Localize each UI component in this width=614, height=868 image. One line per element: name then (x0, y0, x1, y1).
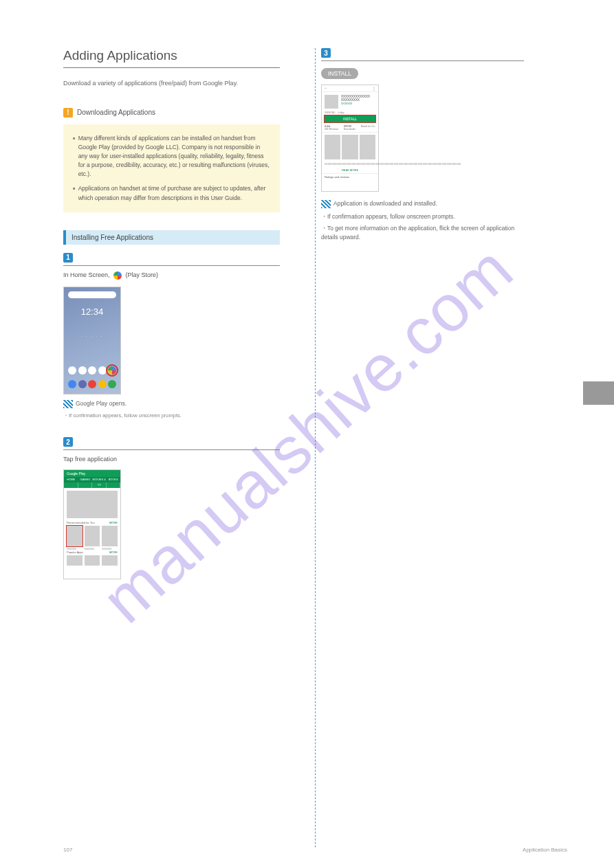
footer-section: Application Basics (523, 847, 567, 853)
note-3b: To get more information on the applicati… (321, 224, 524, 242)
play-topbar: Google Play (64, 470, 120, 477)
screenshot-install: XXXXXXXXXXXXXX XXXXXXXXX XXXXXXX UNINSTA… (321, 85, 379, 192)
screenshot-home: 12:34 · · · · · (63, 287, 121, 394)
screenshot-playstore: Google Play HOMEGAMESMOVIES & TVBOOKS Re… (63, 469, 121, 579)
step-1-text: In Home Screen, (Play Store) (63, 271, 280, 280)
warning-line-2: Applications on handset at time of purch… (78, 184, 270, 202)
warning-header: ! Downloading Applications (63, 108, 280, 118)
warning-line-1: Many different kinds of applications can… (78, 134, 270, 179)
step-2-row: 2 (63, 437, 280, 447)
step-2-badge: 2 (63, 437, 73, 447)
intro-text: Download a variety of applications (free… (63, 79, 280, 89)
note-1: If confirmation appears, follow onscreen… (63, 412, 280, 420)
free-app-highlight (67, 526, 83, 546)
screenshot-clock: 12:34 (64, 307, 120, 317)
warning-box: Many different kinds of applications can… (63, 124, 280, 212)
column-divider (315, 48, 316, 847)
title-rule (63, 67, 280, 68)
warning-icon: ! (63, 108, 73, 118)
section-tab (583, 381, 614, 405)
note-3a: If confirmation appears, follow onscreen… (321, 212, 524, 221)
play-store-highlight (108, 366, 116, 375)
step-1-row: 1 (63, 253, 280, 263)
step-2-text: Tap free application (63, 456, 280, 463)
play-store-icon (113, 271, 122, 280)
page-title: Adding Applications (63, 48, 280, 63)
install-button-highlight: INSTALL (325, 115, 375, 122)
warning-label: Downloading Applications (77, 109, 155, 116)
result-1: Google Play opens. (63, 400, 280, 408)
result-3: Application is downloaded and installed. (321, 200, 524, 208)
page-footer: 107 Application Basics (0, 847, 614, 853)
install-pill: INSTALL (321, 68, 358, 79)
step-3-badge: 3 (321, 48, 331, 58)
step-1-badge: 1 (63, 253, 73, 263)
step-3-row: 3 (321, 48, 524, 58)
section-installing-free: Installing Free Applications (63, 230, 280, 245)
page-number: 107 (63, 847, 72, 853)
flag-icon (63, 400, 73, 408)
flag-icon-2 (321, 200, 331, 208)
